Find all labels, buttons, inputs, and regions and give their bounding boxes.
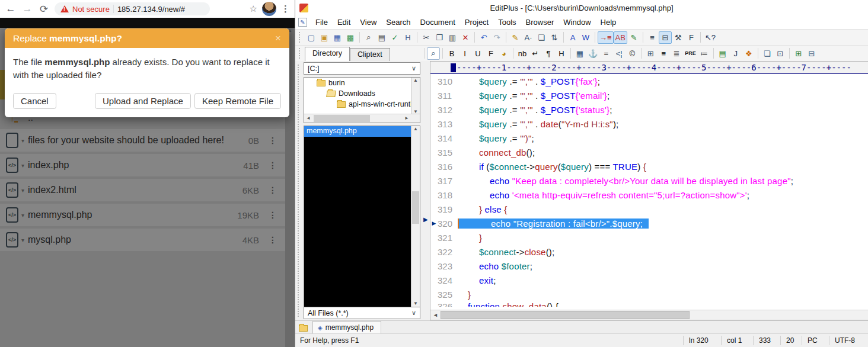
- reload-icon[interactable]: ⟳: [38, 3, 50, 15]
- menu-window[interactable]: Window: [559, 17, 595, 28]
- drive-select[interactable]: [C:] ∨: [304, 62, 420, 75]
- output-window-icon[interactable]: ≡: [646, 31, 659, 44]
- new-document-icon[interactable]: ▢: [305, 31, 318, 44]
- find-replace-icon[interactable]: A·: [522, 31, 535, 44]
- copy-icon[interactable]: ❐: [433, 31, 446, 44]
- menu-tools[interactable]: Tools: [493, 17, 521, 28]
- font-tag-icon[interactable]: F: [484, 47, 497, 60]
- font-color-icon[interactable]: ◕: [497, 47, 510, 60]
- code-line[interactable]: 313$query .= "','" . date("Y-m-d H:i:s")…: [430, 117, 868, 131]
- javascript-icon[interactable]: J: [729, 47, 742, 60]
- underline-icon[interactable]: U: [471, 47, 484, 60]
- panel-splitter[interactable]: ▶: [423, 61, 430, 320]
- delete-icon[interactable]: ✕: [459, 31, 472, 44]
- address-bar[interactable]: Not secure 185.27.134.9/new/#: [55, 2, 210, 15]
- browser-menu-icon[interactable]: ⋮: [281, 4, 290, 14]
- menu-project[interactable]: Project: [460, 17, 493, 28]
- keep-remote-file-button[interactable]: Keep Remote File: [194, 93, 281, 109]
- menu-search[interactable]: Search: [381, 17, 415, 28]
- upload-and-replace-button[interactable]: Upload and Replace: [95, 93, 191, 109]
- function-list-icon[interactable]: F: [685, 31, 698, 44]
- undo-icon[interactable]: ↶: [477, 31, 490, 44]
- word-wrap-icon[interactable]: W: [579, 31, 592, 44]
- code-line[interactable]: ▶320echo "Registration : fail<br/>".$que…: [430, 216, 868, 230]
- menu-document[interactable]: Document: [416, 17, 460, 28]
- tree-item-downloads[interactable]: Downloads: [304, 88, 420, 99]
- toolbar-grip-2[interactable]: [299, 48, 302, 59]
- cascade-window-icon[interactable]: ⊡: [774, 47, 787, 60]
- forward-icon[interactable]: →: [21, 3, 33, 15]
- line-break-icon[interactable]: ↵: [529, 47, 542, 60]
- preformatted-icon[interactable]: PRE: [683, 47, 698, 60]
- browser-preview-icon[interactable]: ⌕: [427, 47, 440, 60]
- toolbar-grip[interactable]: [299, 32, 302, 43]
- close-icon[interactable]: ×: [275, 33, 281, 44]
- panel-grip[interactable]: [298, 65, 300, 317]
- document-tab[interactable]: ◈ memmysql.php: [312, 321, 381, 333]
- horizontal-rule-icon[interactable]: =: [599, 47, 612, 60]
- split-window-icon[interactable]: ⊟: [805, 47, 818, 60]
- code-line[interactable]: 318echo '<meta http-equiv=refresh conten…: [430, 188, 868, 202]
- file-list-scrollbar-thumb[interactable]: [412, 191, 419, 224]
- code-line[interactable]: 317echo "Keep data : completely<br/>Your…: [430, 174, 868, 188]
- spell-check-icon[interactable]: ✓: [388, 31, 401, 44]
- heading-icon[interactable]: H: [555, 47, 568, 60]
- code-line[interactable]: 312$query .= "','" . $_POST{'status'};: [430, 102, 868, 117]
- code-line[interactable]: 319} else {: [430, 202, 868, 216]
- print-icon[interactable]: ▤: [375, 31, 388, 44]
- splitter-collapse-icon[interactable]: ▶: [423, 216, 428, 223]
- html-comment-icon[interactable]: <¦: [612, 47, 626, 60]
- code-line[interactable]: 323echo $footer;: [430, 259, 868, 273]
- menu-view[interactable]: View: [355, 17, 381, 28]
- auto-complete-icon[interactable]: AB: [614, 31, 627, 44]
- tree-item-burin[interactable]: burin: [304, 78, 420, 88]
- table-icon[interactable]: ⊞: [644, 47, 657, 60]
- user-tools-icon[interactable]: ⚒: [672, 31, 685, 44]
- cancel-button[interactable]: Cancel: [13, 93, 56, 109]
- code-line[interactable]: 311$query .= "','" . $_POST{'email'};: [430, 88, 868, 102]
- open-folder-icon[interactable]: ▣: [318, 31, 331, 44]
- paragraph-icon[interactable]: ¶: [542, 47, 555, 60]
- align-center-icon[interactable]: ≡: [657, 47, 670, 60]
- syntax-settings-icon[interactable]: ✎: [627, 31, 640, 44]
- tree-scrollbar-thumb[interactable]: [314, 115, 370, 122]
- cliptext-edit-icon[interactable]: ▤: [716, 47, 729, 60]
- code-line[interactable]: 322$connect->close();: [430, 245, 868, 259]
- code-line[interactable]: 316if ($connect->query($query) === TRUE)…: [430, 159, 868, 174]
- tab-directory[interactable]: Directory: [305, 47, 350, 62]
- file-list-scrollbar[interactable]: ▲▼: [411, 126, 420, 307]
- print-preview-icon[interactable]: ⌕: [362, 31, 375, 44]
- code-horizontal-scrollbar[interactable]: ◄: [430, 310, 868, 320]
- windows-explorer-icon[interactable]: ⊞: [792, 47, 805, 60]
- special-character-icon[interactable]: ©: [626, 47, 639, 60]
- highlight-icon[interactable]: ✎: [509, 31, 522, 44]
- menu-browser[interactable]: Browser: [521, 17, 559, 28]
- menu-file[interactable]: File: [311, 17, 333, 28]
- selected-file-item[interactable]: memmysql.php: [304, 126, 411, 137]
- align-right-icon[interactable]: ≣: [670, 47, 683, 60]
- tab-cliptext[interactable]: Cliptext: [350, 48, 390, 62]
- bookmark-star-icon[interactable]: ☆: [250, 4, 257, 14]
- save-all-icon[interactable]: ▩: [344, 31, 357, 44]
- list-icon[interactable]: ≔: [698, 47, 711, 60]
- code-line[interactable]: 310$query .= "','" . $_POST{'fax'};: [430, 74, 868, 88]
- menu-edit[interactable]: Edit: [333, 17, 355, 28]
- tree-horizontal-scrollbar[interactable]: ◄►: [304, 114, 420, 123]
- new-window-icon[interactable]: ❏: [761, 47, 774, 60]
- context-help-icon[interactable]: ↖?: [703, 31, 717, 44]
- italic-icon[interactable]: I: [458, 47, 471, 60]
- copy-block-icon[interactable]: ❏: [535, 31, 548, 44]
- paste-icon[interactable]: ▥: [446, 31, 459, 44]
- profile-avatar[interactable]: [262, 2, 276, 16]
- anchor-icon[interactable]: ⚓: [586, 47, 599, 60]
- code-line[interactable]: 314$query .= "')";: [430, 131, 868, 145]
- redo-icon[interactable]: ↷: [490, 31, 503, 44]
- cut-icon[interactable]: ✂: [420, 31, 433, 44]
- objects-icon[interactable]: ❖: [742, 47, 755, 60]
- tree-vertical-scrollbar[interactable]: ▲▼: [411, 78, 420, 114]
- code-scrollbar-thumb[interactable]: [441, 311, 690, 319]
- document-system-menu-icon[interactable]: ✎: [298, 18, 307, 27]
- html-document-icon[interactable]: H: [401, 31, 414, 44]
- bold-icon[interactable]: B: [445, 47, 458, 60]
- font-style-icon[interactable]: A: [566, 31, 579, 44]
